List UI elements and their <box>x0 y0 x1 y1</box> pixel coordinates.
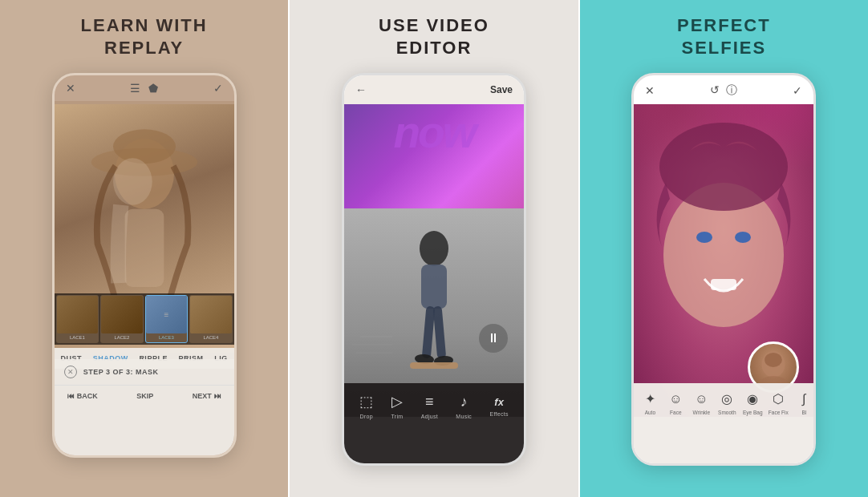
tool-smooth-label: Smooth <box>718 410 736 415</box>
next-icon: ⏭ <box>214 392 221 400</box>
tool-trim[interactable]: ▷ Trim <box>391 393 403 419</box>
svg-point-4 <box>113 158 152 204</box>
panel1-nav-row: ⏮ BACK SKIP NEXT ⏭ <box>55 386 234 406</box>
tool-drop-label: Drop <box>359 414 372 419</box>
next-button[interactable]: NEXT ⏭ <box>193 392 221 400</box>
lace-thumb-2[interactable]: LACE2 <box>100 295 144 343</box>
svg-point-5 <box>420 231 448 266</box>
svg-rect-8 <box>433 306 447 359</box>
tool-face[interactable]: ☺ Face <box>663 392 688 415</box>
tool-drop[interactable]: ⬚ Drop <box>359 393 373 419</box>
eraser-icon[interactable]: ⬟ <box>148 82 158 95</box>
panel2-toolbar: ⬚ Drop ▷ Trim ≡ Adjust ♪ Music <box>344 383 524 463</box>
panel1-title: LEARN WITH REPLAY <box>65 0 224 70</box>
panel3-title: PERFECT SELFIES <box>661 0 787 70</box>
panel3-image-area <box>634 104 813 417</box>
trim-icon: ▷ <box>391 393 403 410</box>
panel3-toolbar: ✦ Auto ☺ Face ☺ Wrinkle ◎ Smooth <box>634 383 813 463</box>
lace-thumb-4[interactable]: LACE4 <box>189 295 233 343</box>
facefix-icon: ⬡ <box>773 391 784 406</box>
svg-point-21 <box>765 353 782 367</box>
back-button[interactable]: ⏮ BACK <box>67 392 98 400</box>
wrinkle-icon: ☺ <box>695 392 708 406</box>
panel1-bottom-bar: ✕ STEP 3 OF 3: MASK ⏮ BACK SKIP NEXT ⏭ <box>55 359 234 455</box>
panel3-phone: ✕ ↺ ⓘ ✓ <box>631 73 816 466</box>
tool-eyebag-label: Eye Bag <box>743 410 763 415</box>
svg-point-17 <box>735 232 751 243</box>
tool-face-label: Face <box>670 410 681 415</box>
tool-adjust-label: Adjust <box>421 414 438 419</box>
panel1-phone: ✕ ☰ ⬟ ✓ <box>52 73 237 458</box>
tool-smooth[interactable]: ◎ Smooth <box>714 391 740 415</box>
panel2-tools-row: ⬚ Drop ▷ Trim ≡ Adjust ♪ Music <box>344 383 524 422</box>
panel-video-editor: USE VIDEO EDITOR ← Save now <box>288 0 579 497</box>
rotate-icon[interactable]: ↺ <box>710 83 720 98</box>
check-icon[interactable]: ✓ <box>793 84 802 97</box>
svg-point-16 <box>696 232 712 243</box>
tool-auto-label: Auto <box>645 410 655 415</box>
crop-icon: ⬚ <box>359 393 373 410</box>
tool-music-label: Music <box>456 414 472 419</box>
panel1-phone-wrap: ✕ ☰ ⬟ ✓ <box>52 73 237 458</box>
tool-effects[interactable]: fx Effects <box>489 396 508 417</box>
tool-wrinkle-label: Wrinkle <box>693 410 711 415</box>
svg-point-2 <box>113 129 176 164</box>
panel-learn-replay: LEARN WITH REPLAY ✕ ☰ ⬟ ✓ <box>0 0 288 497</box>
close-icon[interactable]: ✕ <box>645 84 655 97</box>
eyebag-icon: ◉ <box>747 391 758 406</box>
panel2-phone-wrap: ← Save now <box>342 73 526 466</box>
adjust-icon: ≡ <box>425 394 434 410</box>
panel2-title: USE VIDEO EDITOR <box>363 0 505 70</box>
back-icon: ⏮ <box>67 392 75 400</box>
svg-rect-11 <box>410 362 458 369</box>
svg-rect-18 <box>711 279 736 290</box>
save-button[interactable]: Save <box>490 84 513 95</box>
tool-blur[interactable]: ∫ Bl <box>791 392 813 415</box>
pause-button[interactable]: ⏸ <box>479 324 508 353</box>
tool-eyebag[interactable]: ◉ Eye Bag <box>740 391 765 415</box>
skip-button[interactable]: SKIP <box>136 392 153 400</box>
effects-icon: fx <box>494 396 504 408</box>
check-icon[interactable]: ✓ <box>213 82 223 95</box>
tool-auto[interactable]: ✦ Auto <box>637 391 663 415</box>
lace-thumb-3[interactable]: ≡ LACE3 <box>145 295 189 343</box>
panel3-top-bar: ✕ ↺ ⓘ ✓ <box>634 75 813 106</box>
tool-facefix-label: Face Fix <box>769 410 789 415</box>
layers-icon[interactable]: ☰ <box>130 82 140 95</box>
tool-blur-label: Bl <box>801 410 806 415</box>
panel1-x-button[interactable]: ✕ <box>64 366 77 378</box>
panel1-top-bar: ✕ ☰ ⬟ ✓ <box>55 75 234 101</box>
panel3-phone-wrap: ✕ ↺ ⓘ ✓ <box>631 73 816 466</box>
tool-music[interactable]: ♪ Music <box>456 394 472 419</box>
panel2-top-bar: ← Save <box>344 75 524 104</box>
lace-thumb-1[interactable]: LACE1 <box>56 295 99 343</box>
panel2-image-area: now <box>344 104 524 417</box>
tool-facefix[interactable]: ⬡ Face Fix <box>765 391 791 415</box>
svg-rect-3 <box>124 209 164 287</box>
panel1-step-row: ✕ STEP 3 OF 3: MASK <box>55 359 234 386</box>
panel3-tools-row: ✦ Auto ☺ Face ☺ Wrinkle ◎ Smooth <box>634 383 813 418</box>
panel1-lace-strip: LACE1 LACE2 ≡ LACE3 LACE4 <box>55 293 234 345</box>
face-icon: ☺ <box>669 392 682 406</box>
auto-icon: ✦ <box>645 391 655 406</box>
panel2-phone: ← Save now <box>342 73 526 466</box>
svg-point-19 <box>659 123 788 211</box>
close-icon[interactable]: ✕ <box>66 82 75 95</box>
info-icon[interactable]: ⓘ <box>726 83 737 98</box>
svg-rect-7 <box>422 306 436 359</box>
panel1-step-text: STEP 3 OF 3: MASK <box>83 368 159 376</box>
tool-wrinkle[interactable]: ☺ Wrinkle <box>688 392 714 415</box>
back-arrow-icon[interactable]: ← <box>355 83 367 96</box>
graffiti-text: now <box>344 111 524 155</box>
tool-trim-label: Trim <box>391 414 403 419</box>
tool-adjust[interactable]: ≡ Adjust <box>421 394 438 419</box>
tool-effects-label: Effects <box>489 411 508 417</box>
blur-icon: ∫ <box>802 392 805 406</box>
panel-perfect-selfies: PERFECT SELFIES ✕ ↺ ⓘ ✓ <box>580 0 868 497</box>
svg-rect-6 <box>421 265 447 309</box>
smooth-icon: ◎ <box>721 391 732 406</box>
music-icon: ♪ <box>460 394 468 410</box>
